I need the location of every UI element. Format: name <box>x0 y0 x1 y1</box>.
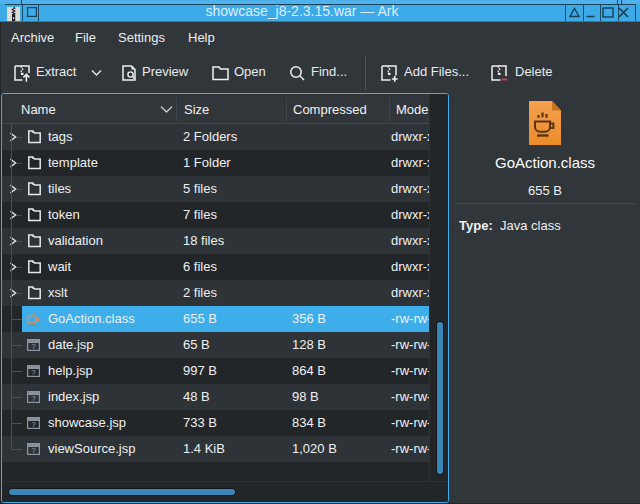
svg-text:?: ? <box>31 368 36 377</box>
svg-text:?: ? <box>31 420 36 429</box>
svg-text:?: ? <box>31 446 36 455</box>
svg-text:?: ? <box>31 394 36 403</box>
svg-text:?: ? <box>31 342 36 351</box>
